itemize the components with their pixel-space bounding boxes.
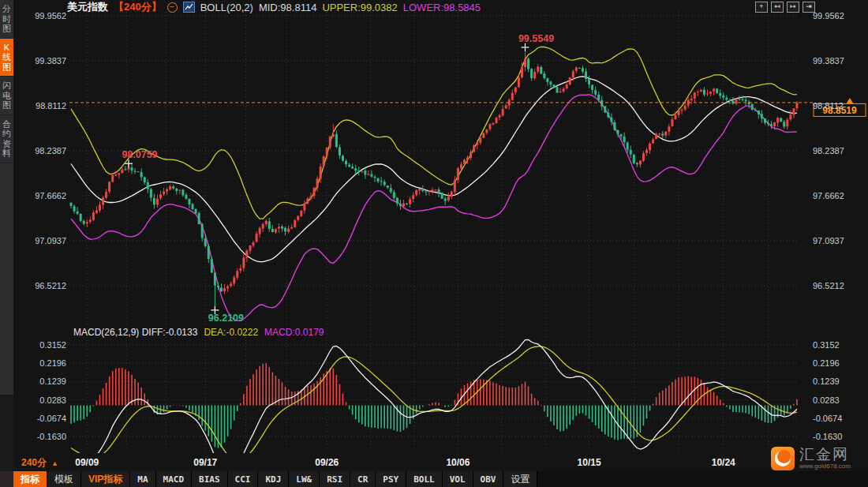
indicator-toolbar: 指标模板VIP指标MAMACDBIASCCIKDJLW&RSICRPSYBOLL… [13,471,868,487]
svg-text:10/24: 10/24 [712,457,735,468]
toolbar-item-KDJ[interactable]: KDJ [258,471,289,487]
macd-header: MACD(26,12,9) DIFF:-0.0133 DEA:-0.0222 M… [73,327,324,338]
boll-mid-value: MID:98.8114 [259,2,316,13]
svg-text:99.9562: 99.9562 [813,11,844,21]
svg-text:-0.1630: -0.1630 [37,432,66,441]
svg-text:0.2196: 0.2196 [813,358,840,368]
svg-text:-0.0674: -0.0674 [813,414,842,423]
svg-text:10/06: 10/06 [446,457,470,468]
svg-text:0.3152: 0.3152 [39,340,66,350]
svg-text:97.0937: 97.0937 [813,236,844,245]
svg-text:96.2109: 96.2109 [208,313,244,324]
toolbar-corner [0,471,13,487]
svg-text:96.5212: 96.5212 [813,281,844,290]
svg-text:98.8112: 98.8112 [36,101,66,111]
svg-text:97.6662: 97.6662 [813,191,844,200]
toolbar-item-CR[interactable]: CR [350,471,376,487]
svg-text:0.1239: 0.1239 [813,376,840,386]
brand-logo: 汇金网 www.gold678.com [771,447,851,470]
svg-text:-0.1630: -0.1630 [813,432,842,441]
pan-right-icon[interactable]: ⇥ [803,2,815,13]
svg-text:98.8112: 98.8112 [813,101,844,111]
period-label: 【240分】 [114,0,162,14]
crosshair-icon[interactable]: + [755,2,768,13]
svg-text:98.0759: 98.0759 [122,149,157,160]
svg-text:96.5212: 96.5212 [35,281,66,290]
toolbar-item-VIP指标[interactable]: VIP指标 [81,471,130,487]
brand-name: 汇金网 [799,447,851,463]
macd-param-diff-value: MACD(26,12,9) DIFF:-0.0133 [73,327,197,338]
svg-text:99.9562: 99.9562 [35,11,66,21]
svg-text:09/26: 09/26 [315,457,339,468]
svg-text:98.2387: 98.2387 [813,146,844,155]
boll-upper-value: UPPER:99.0382 [322,2,397,13]
period-selector[interactable]: 240分 ▲ [21,456,58,470]
zoom-in-icon[interactable]: ↦ [787,2,799,13]
chart-window-controls: +↤↦⇥ [755,2,815,13]
toolbar-item-MACD[interactable]: MACD [156,471,193,487]
svg-text:99.3837: 99.3837 [813,56,844,66]
sidebar-tab-分时图[interactable]: 分时图 [0,0,13,39]
toolbar-item-BIAS[interactable]: BIAS [192,471,228,487]
boll-param-label: BOLL(20,2) [200,2,253,13]
toolbar-item-LW&[interactable]: LW& [289,471,320,487]
svg-text:0.3152: 0.3152 [813,340,840,350]
svg-text:09/09: 09/09 [75,457,99,468]
toolbar-item-BOLL[interactable]: BOLL [406,471,443,487]
svg-text:0.2196: 0.2196 [39,358,66,368]
svg-text:0.0283: 0.0283 [39,395,66,405]
chart-type-icon[interactable] [183,2,195,13]
macd-dea-value: DEA:-0.0222 [204,327,258,338]
boll-lower-value: LOWER:98.5845 [403,2,481,13]
chart-header: 美元指数 【240分】 − BOLL(20,2) MID:98.8114 UPP… [67,1,481,13]
sidebar-tab-合约资料[interactable]: 合约资料 [0,115,13,163]
left-sidebar: 分时图K线图闪电图合约资料 [0,0,13,395]
toolbar-item-设置[interactable]: 设置 [503,471,537,487]
toolbar-item-OBV[interactable]: OBV [473,471,504,487]
svg-text:10/15: 10/15 [578,457,601,468]
svg-text:97.6662: 97.6662 [35,191,66,200]
trading-app-window: 98.851999.956299.956299.383799.383798.81… [0,0,868,487]
svg-text:98.2387: 98.2387 [35,146,66,155]
toolbar-item-CCI[interactable]: CCI [228,471,259,487]
sidebar-tab-闪电图[interactable]: 闪电图 [0,77,13,115]
brand-url: www.gold678.com [799,463,851,470]
toolbar-item-MA[interactable]: MA [130,471,155,487]
macd-macd-value: MACD:0.0179 [264,327,324,338]
brand-logo-icon [771,447,795,470]
toolbar-item-RSI[interactable]: RSI [320,471,350,487]
toolbar-item-PSY[interactable]: PSY [376,471,406,487]
svg-text:99.3837: 99.3837 [35,56,66,66]
symbol-title: 美元指数 [67,0,108,14]
toolbar-item-指标[interactable]: 指标 [13,471,47,487]
zoom-out-icon[interactable]: ↤ [771,2,784,13]
period-selector-label: 240分 [21,456,47,470]
svg-text:-0.0674: -0.0674 [37,414,66,423]
svg-text:0.1239: 0.1239 [39,376,66,386]
toolbar-item-模板[interactable]: 模板 [47,471,81,487]
kline-chart-canvas[interactable]: 98.851999.956299.956299.383799.383798.81… [0,0,868,487]
period-arrow-icon: ▲ [51,459,58,467]
svg-text:99.5549: 99.5549 [518,33,554,44]
svg-text:97.0937: 97.0937 [35,236,66,245]
svg-text:0.0283: 0.0283 [813,395,840,405]
svg-text:09/17: 09/17 [193,457,217,468]
collapse-indicator-icon[interactable]: − [167,2,178,13]
sidebar-tab-K线图[interactable]: K线图 [0,39,13,77]
toolbar-item-VOL[interactable]: VOL [443,471,473,487]
